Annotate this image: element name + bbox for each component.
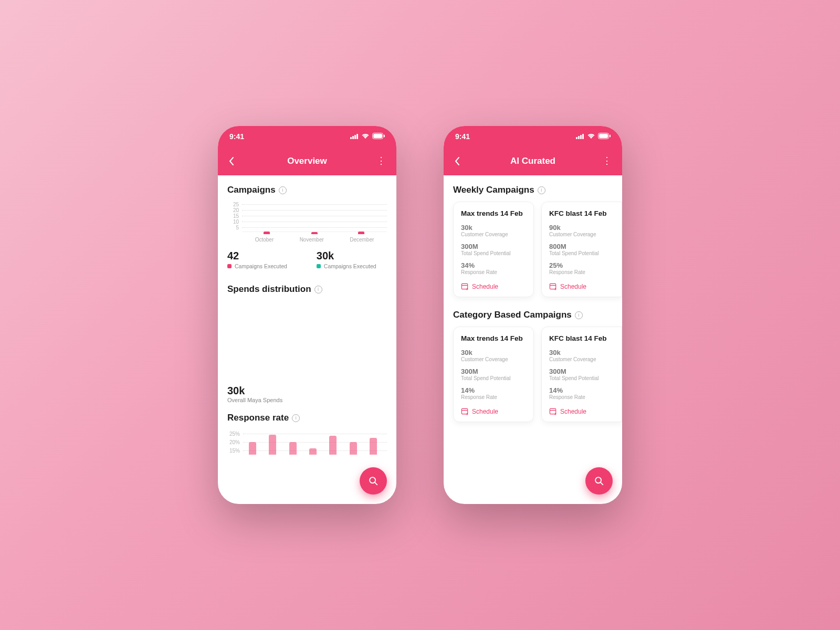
coverage-label: Customer Coverage <box>549 232 614 237</box>
spends-section-title: Spends distribution i <box>227 284 387 295</box>
schedule-button[interactable]: Schedule <box>461 282 526 290</box>
schedule-button[interactable]: Schedule <box>549 407 614 415</box>
campaign-card[interactable]: Max trends 14 Feb 30kCustomer Coverage 3… <box>453 327 534 422</box>
response-section-title: Response rate i <box>227 413 387 423</box>
calendar-icon <box>549 282 557 290</box>
wifi-icon <box>587 132 595 141</box>
phone-overview: 9:41 Overview ⋮ Campaigns i 25 20 <box>218 126 396 504</box>
stat-2-value: 30k <box>317 250 376 262</box>
svg-rect-14 <box>599 134 608 138</box>
rate-label: Response Rate <box>461 394 526 400</box>
coverage-label: Customer Coverage <box>549 356 614 362</box>
response-bars <box>243 429 387 455</box>
weekly-title-text: Weekly Campaigns <box>453 185 534 195</box>
content-area: Campaigns i 25 20 15 10 5 October Novemb… <box>218 175 396 504</box>
category-title-text: Category Based Campaigns <box>453 310 572 320</box>
svg-rect-15 <box>610 135 611 138</box>
status-time: 9:41 <box>455 132 470 141</box>
svg-rect-2 <box>354 135 356 139</box>
coverage-label: Customer Coverage <box>461 232 526 237</box>
more-button[interactable]: ⋮ <box>599 156 615 165</box>
svg-line-8 <box>375 482 377 485</box>
search-fab[interactable] <box>360 467 387 495</box>
y-tick: 15% <box>227 448 240 454</box>
y-tick: 25 <box>227 202 239 207</box>
info-icon[interactable]: i <box>292 414 300 422</box>
spend-value: 300M <box>461 243 526 250</box>
spends-chart-area <box>227 301 387 385</box>
schedule-button[interactable]: Schedule <box>549 282 614 290</box>
signal-icon <box>576 132 584 141</box>
y-tick: 5 <box>227 225 239 230</box>
x-label: October <box>255 237 274 243</box>
coverage-value: 90k <box>549 224 614 232</box>
rate-value: 14% <box>549 386 614 394</box>
status-bar: 9:41 <box>444 126 622 147</box>
coverage-value: 30k <box>549 349 614 356</box>
more-button[interactable]: ⋮ <box>373 156 389 165</box>
info-icon[interactable]: i <box>538 186 545 194</box>
stat-executed-2: 30k Campaigns Executed <box>317 250 376 269</box>
search-icon <box>368 475 379 487</box>
nav-bar: Overview ⋮ <box>218 147 396 175</box>
schedule-button[interactable]: Schedule <box>461 407 526 415</box>
card-title: KFC blast 14 Feb <box>549 209 614 217</box>
wifi-icon <box>361 132 370 141</box>
rate-label: Response Rate <box>461 269 526 275</box>
spend-value: 800M <box>549 243 614 250</box>
svg-line-25 <box>601 482 603 485</box>
info-icon[interactable]: i <box>575 311 583 319</box>
back-button[interactable] <box>225 153 238 169</box>
info-icon[interactable]: i <box>314 286 322 293</box>
page-title: AI Curated <box>510 156 555 166</box>
back-button[interactable] <box>451 153 464 169</box>
spend-label: Total Spend Potential <box>549 375 614 381</box>
svg-rect-0 <box>350 137 352 139</box>
content-area: Weekly Campaigns i Max trends 14 Feb 30k… <box>444 175 622 504</box>
campaign-stats: 42 Campaigns Executed 30k Campaigns Exec… <box>227 250 387 269</box>
campaign-card[interactable]: KFC blast 14 Feb 90kCustomer Coverage 80… <box>541 202 622 297</box>
category-cards: Max trends 14 Feb 30kCustomer Coverage 3… <box>453 327 613 422</box>
battery-icon <box>598 132 611 141</box>
info-icon[interactable]: i <box>279 186 287 194</box>
card-title: Max trends 14 Feb <box>461 334 526 342</box>
y-tick: 10 <box>227 219 239 225</box>
schedule-label: Schedule <box>472 408 498 415</box>
y-tick: 15 <box>227 213 239 219</box>
campaign-card[interactable]: KFC blast 14 Feb 30kCustomer Coverage 30… <box>541 327 622 422</box>
spend-value: 300M <box>549 368 614 375</box>
x-label: November <box>300 237 324 243</box>
svg-rect-11 <box>580 135 582 139</box>
spend-value: 300M <box>461 368 526 375</box>
spends-title-text: Spends distribution <box>227 284 311 295</box>
y-tick: 20% <box>227 439 240 445</box>
svg-rect-20 <box>461 408 467 414</box>
rate-value: 34% <box>461 261 526 269</box>
calendar-icon <box>549 407 557 415</box>
coverage-value: 30k <box>461 224 526 232</box>
y-tick: 25% <box>227 431 240 437</box>
x-label: December <box>350 237 374 243</box>
page-title: Overview <box>287 156 327 166</box>
phone-ai-curated: 9:41 AI Curated ⋮ Weekly Campaigns i Ma <box>444 126 622 504</box>
stat-1-label: Campaigns Executed <box>235 263 287 269</box>
svg-point-7 <box>370 477 375 483</box>
campaign-card[interactable]: Max trends 14 Feb 30kCustomer Coverage 3… <box>453 202 534 297</box>
status-time: 9:41 <box>229 132 244 141</box>
svg-rect-10 <box>578 136 580 139</box>
svg-rect-6 <box>384 135 385 138</box>
stat-executed-1: 42 Campaigns Executed <box>227 250 287 269</box>
campaigns-section-title: Campaigns i <box>227 185 387 195</box>
svg-rect-3 <box>356 134 358 139</box>
response-title-text: Response rate <box>227 413 289 423</box>
search-fab[interactable] <box>585 467 613 495</box>
calendar-icon <box>461 407 469 415</box>
rate-label: Response Rate <box>549 394 614 400</box>
status-bar: 9:41 <box>218 126 396 147</box>
spends-value: 30k <box>227 385 387 397</box>
nav-bar: AI Curated ⋮ <box>444 147 622 175</box>
svg-rect-5 <box>373 134 382 138</box>
campaigns-title-text: Campaigns <box>227 185 276 195</box>
campaigns-bars <box>242 232 387 235</box>
spend-label: Total Spend Potential <box>461 375 526 381</box>
